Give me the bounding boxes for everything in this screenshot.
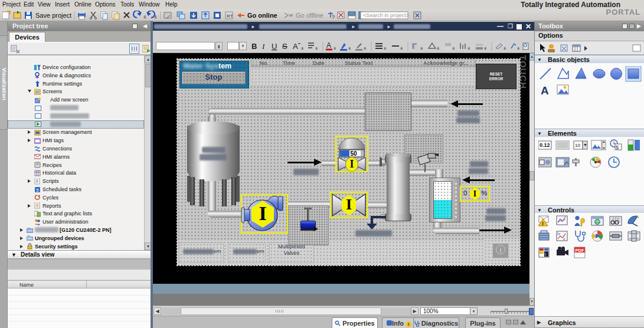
svg-text:RT: RT [227, 14, 233, 19]
svg-text:±: ± [484, 45, 487, 51]
svg-text:I: I [261, 42, 265, 51]
svg-text:±: ± [315, 45, 318, 51]
svg-text:!: ! [545, 252, 546, 257]
svg-text:5: 5 [616, 145, 619, 150]
svg-text:10: 10 [575, 143, 580, 148]
svg-text:±: ± [400, 45, 403, 51]
svg-text:S: S [282, 42, 287, 51]
svg-text:±: ± [437, 45, 440, 51]
svg-text:±: ± [154, 14, 157, 19]
svg-text:<Search in project>: <Search in project> [363, 12, 409, 18]
svg-text:±: ± [384, 45, 387, 51]
svg-text:±: ± [143, 14, 146, 19]
svg-text:±: ± [364, 45, 367, 51]
svg-text:Go online: Go online [247, 12, 277, 19]
svg-text:A: A [541, 84, 549, 97]
svg-text:±: ± [420, 45, 423, 51]
svg-text:0.12: 0.12 [540, 142, 550, 148]
svg-text:Save project: Save project [35, 12, 71, 19]
svg-text:5: 5 [36, 187, 39, 192]
svg-text:±: ± [468, 45, 470, 51]
svg-text:±: ± [452, 45, 455, 51]
svg-text:Go offline: Go offline [296, 12, 323, 19]
svg-text:A: A [326, 41, 331, 50]
svg-text:±: ± [301, 45, 304, 51]
svg-text:±: ± [348, 45, 351, 51]
svg-text:±: ± [334, 45, 336, 51]
svg-text:x: x [563, 237, 565, 241]
svg-text:PDF: PDF [576, 248, 584, 253]
svg-text:±: ± [504, 45, 506, 51]
svg-text:50: 50 [350, 150, 357, 157]
svg-text:Aˆ: Aˆ [293, 42, 301, 51]
svg-text:?: ? [332, 14, 335, 20]
svg-text:fx: fx [557, 232, 561, 236]
svg-text:!: ! [542, 221, 544, 227]
svg-text:B: B [251, 42, 257, 51]
svg-text:±: ± [517, 45, 520, 51]
svg-text:U: U [272, 42, 277, 51]
